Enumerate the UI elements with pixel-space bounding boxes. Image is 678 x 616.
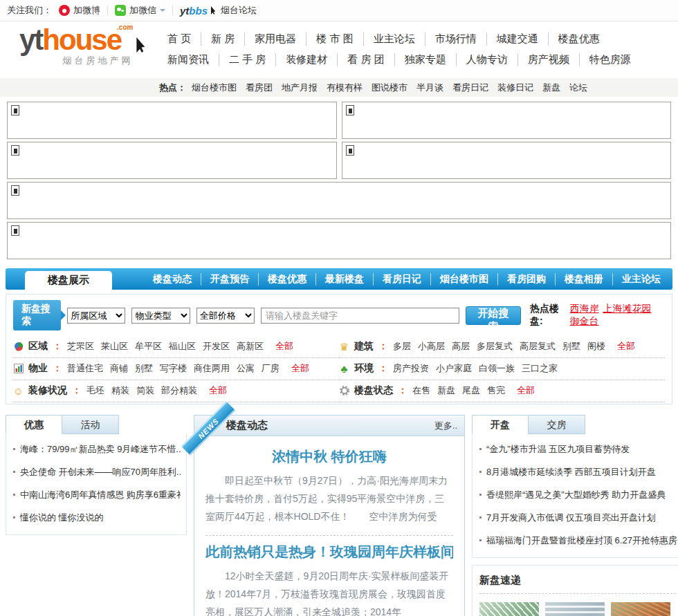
list-item[interactable]: 海峰：79/99㎡新品热卖 9月峰迷节不惜...: [12, 438, 181, 460]
article-title[interactable]: 此前热销只是热身！玫瑰园周年庆样板间...: [205, 543, 453, 561]
more-link[interactable]: 更多..: [434, 420, 457, 432]
weibo-link[interactable]: 加微博: [59, 4, 100, 17]
nav-link[interactable]: 首 页: [158, 32, 201, 46]
filter-option[interactable]: 毛坯: [86, 385, 104, 395]
list-item[interactable]: 懂你说的 懂你没说的: [12, 506, 181, 529]
region-select[interactable]: 所属区域: [67, 308, 125, 324]
filter-option[interactable]: 芝罘区: [67, 341, 94, 351]
filter-option[interactable]: 售完: [487, 385, 505, 395]
hot-topic-link[interactable]: 图说楼市: [372, 82, 407, 93]
filter-option[interactable]: 牟平区: [135, 341, 162, 351]
nav-link[interactable]: 看 房 团: [337, 53, 394, 66]
showcase-link[interactable]: 最新楼盘: [315, 273, 373, 286]
showcase-link[interactable]: 开盘预告: [201, 273, 258, 286]
showcase-link[interactable]: 烟台楼市图: [430, 273, 497, 286]
filter-option[interactable]: 三口之家: [522, 363, 558, 373]
showcase-link[interactable]: 业主论坛: [612, 273, 670, 286]
keyword-input[interactable]: [261, 308, 459, 324]
filter-option[interactable]: 精装: [111, 385, 129, 395]
nav-link[interactable]: 城建交通: [486, 32, 548, 46]
banner-placeholder[interactable]: [7, 182, 671, 219]
filter-option[interactable]: 高层复式: [520, 341, 556, 351]
showcase-link[interactable]: 看房日记: [373, 273, 430, 286]
hot-lot-link[interactable]: 上海滩花园: [603, 303, 652, 314]
hot-topic-link[interactable]: 看房日记: [452, 82, 488, 93]
tab-activity[interactable]: 活动: [62, 415, 119, 434]
hot-topic-link[interactable]: 有模有样: [327, 82, 363, 93]
listing-thumb[interactable]: 天伦嘉园: [479, 602, 539, 616]
nav-link[interactable]: 业主论坛: [363, 32, 425, 46]
nav-link[interactable]: 人物专访: [456, 53, 517, 66]
tab-handover[interactable]: 交房: [529, 415, 585, 434]
filter-option[interactable]: 别墅: [562, 341, 580, 351]
filter-option[interactable]: 公寓: [237, 363, 255, 373]
banner-placeholder[interactable]: [342, 142, 672, 179]
hot-lot-link[interactable]: 御金台: [570, 315, 599, 326]
filter-option[interactable]: 简装: [136, 385, 154, 395]
listing-thumb[interactable]: 中南山海湾: [611, 602, 670, 616]
article-title[interactable]: 浓情中秋 特价狂嗨: [205, 447, 453, 466]
filter-all-link[interactable]: 全部: [209, 384, 227, 397]
hot-topic-link[interactable]: 地产月报: [282, 82, 318, 93]
filter-option[interactable]: 商铺: [110, 363, 128, 373]
nav-link[interactable]: 装修建材: [275, 53, 337, 66]
filter-option[interactable]: 在售: [412, 385, 430, 395]
wechat-link[interactable]: 加微信: [115, 4, 165, 17]
nav-link[interactable]: 新闻资讯: [158, 53, 219, 66]
filter-all-link[interactable]: 全部: [617, 340, 635, 353]
hot-topic-link[interactable]: 看房团: [246, 82, 273, 93]
filter-option[interactable]: 厂房: [262, 363, 280, 373]
price-select[interactable]: 全部价格: [196, 308, 255, 324]
listing-thumb[interactable]: 青山翠谷: [545, 602, 605, 616]
list-item[interactable]: 福瑞福海门开盘暨首批楼座封顶 6.27开抢特惠房: [478, 529, 677, 552]
hot-topic-link[interactable]: 半月谈: [416, 82, 443, 93]
filter-option[interactable]: 多层: [393, 341, 411, 351]
banner-placeholder[interactable]: [7, 102, 337, 139]
banner-placeholder[interactable]: [7, 222, 671, 259]
list-item[interactable]: 8月港城楼市延续淡季 西部五项目计划开盘: [478, 460, 677, 483]
filter-option[interactable]: 新盘: [437, 385, 455, 395]
tab-showcase-active[interactable]: 楼盘展示: [25, 271, 112, 290]
filter-option[interactable]: 尾盘: [462, 385, 480, 395]
nav-link[interactable]: 新 房: [201, 32, 244, 46]
filter-option[interactable]: 普通住宅: [67, 363, 103, 373]
showcase-link[interactable]: 楼盘相册: [555, 273, 612, 286]
filter-option[interactable]: 小户家庭: [436, 363, 472, 373]
nav-link[interactable]: 房产视频: [517, 53, 579, 66]
property-type-select[interactable]: 物业类型: [131, 308, 190, 324]
nav-link[interactable]: 楼 市 图: [306, 32, 363, 46]
banner-placeholder[interactable]: [7, 142, 337, 179]
hot-topic-link[interactable]: 论坛: [569, 82, 587, 93]
list-item[interactable]: “金九”楼市升温 五区九项目蓄势待发: [478, 438, 677, 460]
hot-topic-link[interactable]: 装修日记: [497, 82, 533, 93]
showcase-link[interactable]: 看房团购: [497, 273, 555, 286]
banner-placeholder[interactable]: [342, 102, 672, 139]
filter-option[interactable]: 房产投资: [393, 363, 429, 373]
nav-link[interactable]: 独家专题: [394, 53, 456, 66]
nav-link[interactable]: 市场行情: [425, 32, 486, 46]
nav-link[interactable]: 家用电器: [244, 32, 306, 46]
tab-opening[interactable]: 开盘: [472, 415, 529, 434]
ytbbs-link[interactable]: ytbbs 烟台论坛: [180, 4, 257, 17]
filter-option[interactable]: 商住两用: [194, 363, 230, 373]
filter-option[interactable]: 小高层: [418, 341, 445, 351]
list-item[interactable]: 香缇熙岸“遇见之美”大型婚纱秀 助力开盘盛典: [478, 483, 677, 506]
filter-option[interactable]: 阁楼: [587, 341, 605, 351]
filter-all-link[interactable]: 全部: [291, 362, 309, 375]
filter-option[interactable]: 多层复式: [477, 341, 513, 351]
filter-option[interactable]: 部分精装: [161, 385, 197, 395]
filter-option[interactable]: 高新区: [237, 341, 264, 351]
filter-option[interactable]: 莱山区: [101, 341, 128, 351]
nav-link[interactable]: 特色房源: [579, 53, 641, 66]
hot-topic-link[interactable]: 烟台楼市图: [192, 82, 237, 93]
filter-option[interactable]: 别墅: [135, 363, 153, 373]
list-item[interactable]: 中南山海湾6周年真情感恩 购房享6重豪礼: [12, 483, 181, 506]
list-item[interactable]: 7月开发商入市低调 仅五项目亮出开盘计划: [478, 506, 677, 529]
filter-all-link[interactable]: 全部: [517, 384, 535, 397]
showcase-link[interactable]: 楼盘动态: [144, 273, 201, 286]
filter-option[interactable]: 开发区: [203, 341, 230, 351]
hot-lot-link[interactable]: 西海岸: [570, 303, 599, 314]
nav-link[interactable]: 二 手 房: [219, 53, 275, 66]
filter-all-link[interactable]: 全部: [275, 340, 293, 353]
site-logo[interactable]: ythouse.com 烟台房地产网: [19, 26, 133, 65]
